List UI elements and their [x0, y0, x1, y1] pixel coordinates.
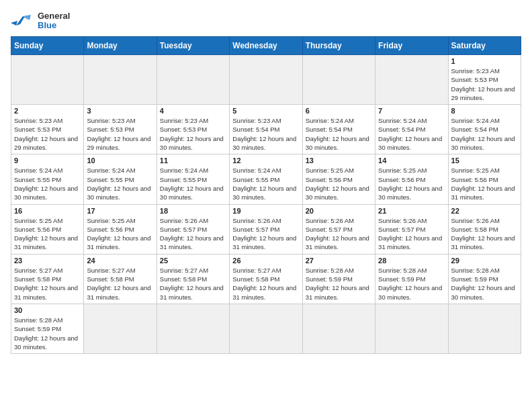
weekday-header: Saturday: [448, 37, 521, 55]
calendar-day-cell: [84, 55, 157, 105]
calendar-day-cell: 4Sunrise: 5:23 AMSunset: 5:53 PMDaylight…: [157, 105, 229, 154]
calendar-day-cell: [230, 304, 302, 353]
logo-text: General Blue: [38, 11, 70, 31]
day-info: Sunrise: 5:24 AMSunset: 5:55 PMDaylight:…: [232, 166, 299, 201]
calendar-day-cell: 25Sunrise: 5:27 AMSunset: 5:58 PMDayligh…: [157, 254, 229, 304]
day-number: 8: [451, 107, 518, 115]
day-number: 17: [87, 207, 153, 215]
day-info: Sunrise: 5:24 AMSunset: 5:55 PMDaylight:…: [14, 166, 81, 201]
day-info: Sunrise: 5:26 AMSunset: 5:57 PMDaylight:…: [232, 216, 299, 252]
calendar-day-cell: 30Sunrise: 5:28 AMSunset: 5:59 PMDayligh…: [11, 304, 84, 353]
calendar-day-cell: 15Sunrise: 5:25 AMSunset: 5:56 PMDayligh…: [448, 154, 521, 204]
day-number: 23: [14, 257, 81, 265]
logo-icon: [11, 11, 35, 31]
day-info: Sunrise: 5:24 AMSunset: 5:55 PMDaylight:…: [87, 166, 153, 201]
day-info: Sunrise: 5:25 AMSunset: 5:56 PMDaylight:…: [87, 216, 153, 252]
day-info: Sunrise: 5:23 AMSunset: 5:53 PMDaylight:…: [160, 116, 226, 152]
calendar-week-row: 1Sunrise: 5:23 AMSunset: 5:53 PMDaylight…: [11, 55, 521, 105]
calendar-day-cell: [84, 304, 157, 353]
calendar-day-cell: 2Sunrise: 5:23 AMSunset: 5:53 PMDaylight…: [11, 105, 84, 154]
calendar-day-cell: 14Sunrise: 5:25 AMSunset: 5:56 PMDayligh…: [375, 154, 448, 204]
calendar-day-cell: [230, 55, 302, 105]
header: General Blue: [11, 11, 521, 31]
calendar-day-cell: [448, 304, 521, 353]
weekday-header: Wednesday: [230, 37, 302, 55]
day-info: Sunrise: 5:24 AMSunset: 5:54 PMDaylight:…: [451, 116, 518, 152]
calendar-day-cell: 27Sunrise: 5:28 AMSunset: 5:59 PMDayligh…: [302, 254, 375, 304]
day-number: 24: [87, 257, 153, 265]
day-number: 28: [378, 257, 445, 265]
day-info: Sunrise: 5:26 AMSunset: 5:57 PMDaylight:…: [306, 216, 372, 252]
weekday-header: Tuesday: [157, 37, 229, 55]
day-info: Sunrise: 5:26 AMSunset: 5:58 PMDaylight:…: [451, 216, 518, 252]
calendar-day-cell: 20Sunrise: 5:26 AMSunset: 5:57 PMDayligh…: [302, 204, 375, 254]
day-number: 15: [451, 156, 518, 165]
day-number: 27: [306, 257, 372, 265]
day-info: Sunrise: 5:24 AMSunset: 5:54 PMDaylight:…: [378, 116, 445, 152]
calendar-day-cell: 7Sunrise: 5:24 AMSunset: 5:54 PMDaylight…: [375, 105, 448, 154]
day-number: 19: [232, 207, 299, 215]
day-number: 10: [87, 156, 153, 165]
day-number: 11: [160, 156, 226, 165]
day-info: Sunrise: 5:26 AMSunset: 5:57 PMDaylight:…: [160, 216, 226, 252]
calendar-day-cell: 8Sunrise: 5:24 AMSunset: 5:54 PMDaylight…: [448, 105, 521, 154]
calendar-day-cell: [302, 55, 375, 105]
day-number: 20: [306, 207, 372, 215]
day-info: Sunrise: 5:28 AMSunset: 5:59 PMDaylight:…: [14, 316, 81, 351]
day-info: Sunrise: 5:27 AMSunset: 5:58 PMDaylight:…: [14, 266, 81, 302]
calendar-day-cell: 17Sunrise: 5:25 AMSunset: 5:56 PMDayligh…: [84, 204, 157, 254]
day-number: 29: [451, 257, 518, 265]
calendar-day-cell: 12Sunrise: 5:24 AMSunset: 5:55 PMDayligh…: [230, 154, 302, 204]
day-info: Sunrise: 5:27 AMSunset: 5:58 PMDaylight:…: [87, 266, 153, 302]
weekday-header: Friday: [375, 37, 448, 55]
day-info: Sunrise: 5:24 AMSunset: 5:55 PMDaylight:…: [160, 166, 226, 201]
day-info: Sunrise: 5:26 AMSunset: 5:57 PMDaylight:…: [378, 216, 445, 252]
calendar-day-cell: [375, 304, 448, 353]
calendar-day-cell: 16Sunrise: 5:25 AMSunset: 5:56 PMDayligh…: [11, 204, 84, 254]
calendar-day-cell: 18Sunrise: 5:26 AMSunset: 5:57 PMDayligh…: [157, 204, 229, 254]
calendar-header: SundayMondayTuesdayWednesdayThursdayFrid…: [11, 37, 521, 55]
day-number: 7: [378, 107, 445, 115]
weekday-header: Monday: [84, 37, 157, 55]
weekday-header: Sunday: [11, 37, 84, 55]
day-number: 13: [306, 156, 372, 165]
day-info: Sunrise: 5:24 AMSunset: 5:54 PMDaylight:…: [306, 116, 372, 152]
calendar-day-cell: 9Sunrise: 5:24 AMSunset: 5:55 PMDaylight…: [11, 154, 84, 204]
day-number: 6: [306, 107, 372, 115]
calendar-day-cell: [157, 55, 229, 105]
calendar-day-cell: [157, 304, 229, 353]
calendar-day-cell: 6Sunrise: 5:24 AMSunset: 5:54 PMDaylight…: [302, 105, 375, 154]
day-number: 18: [160, 207, 226, 215]
calendar-day-cell: 23Sunrise: 5:27 AMSunset: 5:58 PMDayligh…: [11, 254, 84, 304]
calendar-week-row: 2Sunrise: 5:23 AMSunset: 5:53 PMDaylight…: [11, 105, 521, 154]
day-info: Sunrise: 5:28 AMSunset: 5:59 PMDaylight:…: [378, 266, 445, 302]
svg-marker-2: [11, 21, 17, 26]
day-number: 14: [378, 156, 445, 165]
weekday-header: Thursday: [302, 37, 375, 55]
calendar-day-cell: 11Sunrise: 5:24 AMSunset: 5:55 PMDayligh…: [157, 154, 229, 204]
calendar-day-cell: 19Sunrise: 5:26 AMSunset: 5:57 PMDayligh…: [230, 204, 302, 254]
day-info: Sunrise: 5:28 AMSunset: 5:59 PMDaylight:…: [306, 266, 372, 302]
day-info: Sunrise: 5:25 AMSunset: 5:56 PMDaylight:…: [306, 166, 372, 201]
calendar-day-cell: [302, 304, 375, 353]
day-number: 12: [232, 156, 299, 165]
calendar-week-row: 30Sunrise: 5:28 AMSunset: 5:59 PMDayligh…: [11, 304, 521, 353]
logo: General Blue: [11, 11, 70, 31]
calendar-week-row: 9Sunrise: 5:24 AMSunset: 5:55 PMDaylight…: [11, 154, 521, 204]
calendar-day-cell: 1Sunrise: 5:23 AMSunset: 5:53 PMDaylight…: [448, 55, 521, 105]
day-number: 22: [451, 207, 518, 215]
day-number: 4: [160, 107, 226, 115]
day-info: Sunrise: 5:27 AMSunset: 5:58 PMDaylight:…: [232, 266, 299, 302]
day-number: 5: [232, 107, 299, 115]
calendar-week-row: 16Sunrise: 5:25 AMSunset: 5:56 PMDayligh…: [11, 204, 521, 254]
day-info: Sunrise: 5:23 AMSunset: 5:53 PMDaylight:…: [14, 116, 81, 152]
day-number: 2: [14, 107, 81, 115]
calendar-day-cell: 22Sunrise: 5:26 AMSunset: 5:58 PMDayligh…: [448, 204, 521, 254]
calendar-day-cell: [11, 55, 84, 105]
calendar-day-cell: 28Sunrise: 5:28 AMSunset: 5:59 PMDayligh…: [375, 254, 448, 304]
calendar-day-cell: [375, 55, 448, 105]
calendar-week-row: 23Sunrise: 5:27 AMSunset: 5:58 PMDayligh…: [11, 254, 521, 304]
day-info: Sunrise: 5:23 AMSunset: 5:54 PMDaylight:…: [232, 116, 299, 152]
calendar-day-cell: 26Sunrise: 5:27 AMSunset: 5:58 PMDayligh…: [230, 254, 302, 304]
calendar-body: 1Sunrise: 5:23 AMSunset: 5:53 PMDaylight…: [11, 55, 521, 354]
